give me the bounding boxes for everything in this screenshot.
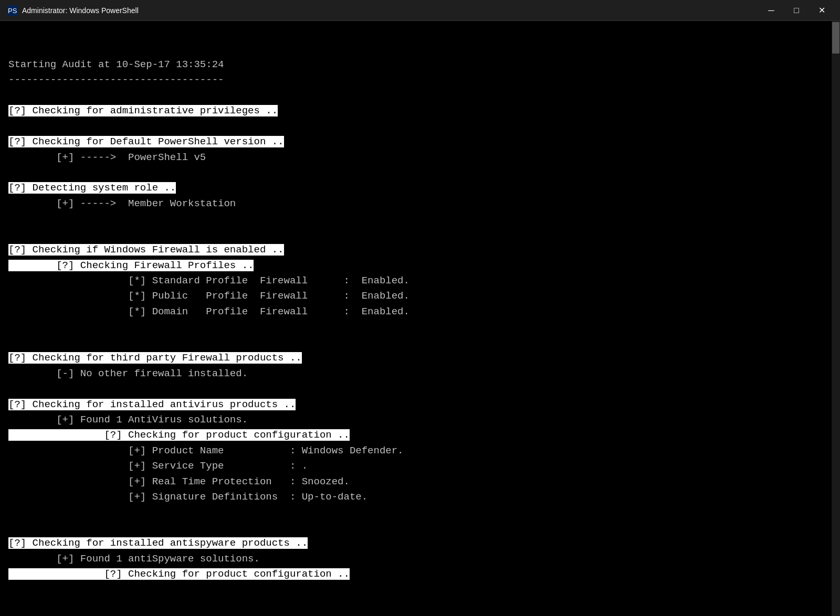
scrollbar[interactable] (832, 21, 840, 616)
minimize-button[interactable]: ─ (759, 2, 783, 19)
console-line: [+] Service Type : . (8, 459, 832, 474)
console-line (8, 381, 832, 397)
console-line: [+] Real Time Protection : Snoozed. (8, 474, 832, 490)
console-line: [+] -----> PowerShell v5 (8, 150, 832, 165)
console-line: [?] Checking for installed antispyware p… (8, 536, 832, 551)
powershell-window: PS Administrator: Windows PowerShell ─ □… (0, 0, 840, 616)
console-output: Starting Audit at 10-Sep-17 13:35:24----… (0, 21, 840, 616)
console-line (8, 320, 832, 335)
console-line (8, 119, 832, 134)
console-line: [+] Signature Definitions : Up-to-date. (8, 490, 832, 505)
console-line: [*] Standard Profile Firewall : Enabled. (8, 273, 832, 289)
console-line (8, 165, 832, 180)
console-line (8, 335, 832, 351)
console-line: Starting Audit at 10-Sep-17 13:35:24 (8, 57, 832, 72)
app-icon: PS (6, 5, 18, 16)
console-line: [?] Checking for installed antivirus pro… (8, 397, 832, 412)
window-title: Administrator: Windows PowerShell (22, 6, 759, 15)
window-controls: ─ □ ✕ (759, 2, 834, 19)
console-line: [?] Checking for administrative privileg… (8, 103, 832, 119)
console-line: [*] Domain Profile Firewall : Enabled. (8, 304, 832, 320)
console-text-block: Starting Audit at 10-Sep-17 13:35:24----… (8, 26, 832, 582)
scrollbar-thumb[interactable] (832, 22, 839, 54)
console-line: [+] Product Name : Windows Defender. (8, 443, 832, 459)
console-line: [?] Detecting system role .. (8, 180, 832, 196)
console-line: [?] Checking for product configuration .… (8, 428, 832, 443)
console-line: [+] Found 1 AntiVirus solutions. (8, 412, 832, 428)
console-line: [-] No other firewall installed. (8, 366, 832, 381)
close-button[interactable]: ✕ (810, 2, 834, 19)
console-line: [?] Checking for Default PowerShell vers… (8, 134, 832, 150)
console-line: [?] Checking Firewall Profiles .. (8, 258, 832, 273)
console-line (8, 211, 832, 227)
console-line: [?] Checking if Windows Firewall is enab… (8, 242, 832, 258)
console-line: [?] Checking for third party Firewall pr… (8, 351, 832, 366)
console-line: ------------------------------------ (8, 72, 832, 88)
maximize-button[interactable]: □ (784, 2, 808, 19)
console-line (8, 227, 832, 242)
console-line: [+] Found 1 antiSpyware solutions. (8, 551, 832, 567)
console-line: [?] Checking for product configuration .… (8, 567, 832, 582)
console-line: [+] -----> Member Workstation (8, 196, 832, 211)
console-line: [*] Public Profile Firewall : Enabled. (8, 289, 832, 304)
console-line (8, 88, 832, 103)
titlebar: PS Administrator: Windows PowerShell ─ □… (0, 0, 840, 21)
console-line (8, 521, 832, 536)
console-line (8, 505, 832, 521)
svg-text:PS: PS (8, 7, 17, 15)
